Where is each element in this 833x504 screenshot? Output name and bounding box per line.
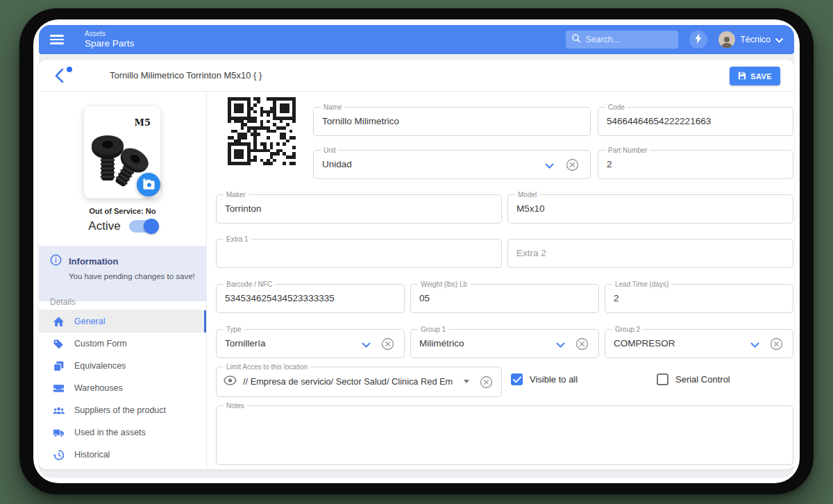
info-icon: [50, 254, 62, 269]
home-icon: [53, 316, 65, 328]
lead-time-field[interactable]: Lead Time (days) 2: [605, 284, 793, 313]
clear-icon[interactable]: [381, 337, 394, 351]
product-image-card: M5: [83, 106, 161, 199]
limit-access-select[interactable]: Limit Acces to this location // Empresa …: [216, 367, 502, 397]
clear-icon[interactable]: [566, 158, 579, 171]
sidebar-item-warehouses[interactable]: Warehouses: [39, 377, 206, 399]
weight-field[interactable]: Weight (lbs) Lb 05: [410, 284, 599, 313]
group2-select[interactable]: Group 2 COMPRESOR: [605, 329, 793, 358]
model-field[interactable]: Model M5x10: [507, 194, 793, 224]
app-breadcrumb: Assets Spare Parts: [85, 30, 134, 49]
clear-icon[interactable]: [575, 337, 589, 351]
save-button-label: SAVE: [750, 72, 772, 81]
extra2-field[interactable]: Extra 2: [507, 239, 793, 268]
tag-icon: [53, 338, 65, 350]
history-clock-icon: [53, 449, 65, 461]
chevron-down-icon[interactable]: [750, 339, 759, 351]
pending-changes-alert: Information You have pending changes to …: [39, 246, 207, 301]
chevron-down-icon: [775, 33, 783, 46]
sidebar-item-custom-form[interactable]: Custom Form: [39, 333, 206, 355]
visible-to-all-checkbox[interactable]: Visible to all: [511, 373, 578, 385]
quick-actions-button[interactable]: [689, 31, 707, 49]
unit-select[interactable]: Unit Unidad: [313, 150, 591, 179]
user-menu[interactable]: Técnico: [718, 31, 783, 48]
app-section-label: Assets: [85, 30, 134, 38]
part-number-field[interactable]: Part Number 2: [598, 150, 793, 179]
search-box[interactable]: [566, 31, 678, 49]
chevron-down-icon[interactable]: [545, 160, 554, 172]
out-of-service-status: Out of Service: No: [39, 207, 206, 215]
general-form: Name Tornillo Milimetrico Code 546644646…: [214, 92, 794, 469]
code-field[interactable]: Code 54664464654222221663: [598, 107, 793, 136]
clear-icon[interactable]: [770, 337, 783, 351]
active-toggle-row: Active: [39, 219, 206, 233]
page-background: Tornillo Milimetrico Torrinton M5x10 { }…: [39, 54, 794, 478]
extra1-field[interactable]: Extra 1: [216, 239, 502, 268]
notification-dot: [67, 67, 72, 72]
warehouse-inbox-icon: [53, 383, 65, 394]
main-panel: Tornillo Milimetrico Torrinton M5x10 { }…: [39, 60, 794, 469]
qr-code[interactable]: [228, 97, 296, 165]
change-photo-button[interactable]: [137, 173, 160, 196]
sidebar-item-suppliers[interactable]: Suppliers of the product: [39, 399, 206, 421]
checkbox-icon: [657, 373, 668, 385]
group1-select[interactable]: Group 1 Milimétrico: [410, 329, 599, 358]
record-toolbar: Tornillo Milimetrico Torrinton M5x10 { }…: [39, 60, 794, 92]
hamburger-menu-icon[interactable]: [50, 31, 68, 49]
sidebar-item-general[interactable]: General: [39, 310, 206, 333]
app-screen: Assets Spare Parts Técnico: [33, 19, 800, 483]
eye-icon: [224, 376, 237, 388]
save-button[interactable]: SAVE: [730, 67, 780, 85]
record-title: Tornillo Milimetrico Torrinton M5x10 { }: [110, 60, 262, 92]
chevron-down-icon[interactable]: [362, 339, 371, 351]
device-frame: Assets Spare Parts Técnico: [19, 8, 814, 494]
floppy-disk-icon: [738, 72, 746, 81]
active-toggle[interactable]: [129, 220, 157, 233]
alert-title: Information: [69, 256, 119, 267]
checkbox-icon: [511, 373, 523, 385]
serial-control-checkbox[interactable]: Serial Control: [657, 373, 730, 385]
name-field[interactable]: Name Tornillo Milimetrico: [313, 107, 591, 136]
details-section-label: Details: [50, 297, 76, 307]
clear-icon[interactable]: [480, 376, 493, 389]
truck-icon: [53, 427, 65, 439]
user-name-label: Técnico: [740, 35, 771, 44]
lightning-bolt-icon: [694, 33, 702, 47]
maker-field[interactable]: Maker Torrinton: [216, 194, 502, 224]
notes-field[interactable]: Notes: [216, 405, 793, 465]
copy-layers-icon: [53, 360, 65, 372]
app-header: Assets Spare Parts Técnico: [39, 25, 794, 54]
search-icon: [571, 33, 581, 46]
sidebar-menu: General Custom Form Equiva: [39, 310, 206, 466]
details-sidebar: M5: [39, 92, 207, 469]
alert-message: You have pending changes to save!: [69, 272, 196, 280]
add-camera-icon: [142, 178, 155, 192]
avatar: [718, 31, 735, 48]
barcode-field[interactable]: Barcode / NFC 534534625434523333335: [216, 284, 405, 313]
search-input[interactable]: [585, 35, 668, 44]
chevron-down-icon[interactable]: [556, 339, 565, 351]
app-page-label: Spare Parts: [85, 38, 134, 49]
type-select[interactable]: Type Tornillería: [216, 329, 405, 358]
sidebar-item-equivalences[interactable]: Equivalences: [39, 355, 206, 377]
people-group-icon: [53, 405, 65, 417]
active-label: Active: [88, 219, 120, 233]
sidebar-item-used-in-assets[interactable]: Used in the assets: [39, 421, 206, 444]
dropdown-caret-icon[interactable]: [464, 380, 469, 383]
sidebar-item-historical[interactable]: Historical: [39, 444, 206, 466]
